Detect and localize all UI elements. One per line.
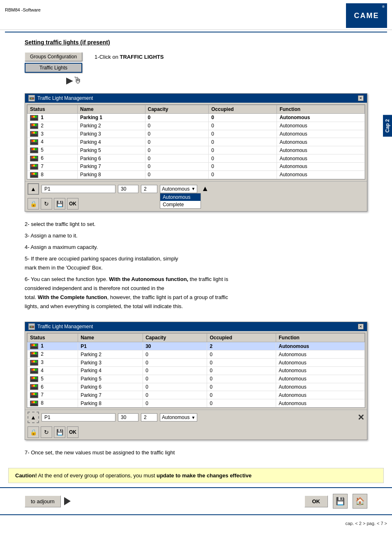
cell-function: Autonomous: [276, 399, 365, 408]
dropdown-option-autonomous-1[interactable]: Autonomous: [160, 193, 201, 201]
cell-function: Autonomous: [276, 359, 365, 367]
nav-right-buttons: OK 💾 🏠: [304, 494, 368, 509]
section-title: Setting traffic lights (if present): [0, 34, 392, 49]
ok-btn-1[interactable]: OK: [67, 198, 78, 210]
col-capacity-1: Capacity: [145, 105, 209, 114]
cell-name: Parking 1: [77, 114, 145, 122]
col-function-1: Function: [277, 105, 365, 114]
dropdown-option-complete-1[interactable]: Complete: [160, 201, 201, 208]
refresh-icon-1[interactable]: ↻: [41, 198, 52, 210]
cell-status: 4: [28, 138, 78, 146]
table-row[interactable]: 8 Parking 8 0 0 Autonomous: [28, 170, 365, 179]
tlm-name-field-2[interactable]: P1: [42, 413, 115, 421]
cell-capacity: 0: [145, 122, 209, 130]
table-row[interactable]: 3 Parking 3 0 0 Autonomous: [28, 359, 365, 367]
traffic-lights-button[interactable]: Traffic Lights: [25, 63, 82, 73]
cell-status: 8: [28, 170, 78, 179]
cell-status: 6: [28, 383, 78, 391]
svg-point-38: [35, 173, 37, 175]
col-function-2: Function: [276, 334, 365, 342]
save-icon-1[interactable]: 💾: [54, 198, 65, 210]
cell-name: Parking 2: [78, 350, 143, 359]
tlm-actions-2: 🔒 ↻ 💾 OK: [25, 425, 367, 440]
caution-prefix: Caution!: [15, 472, 37, 479]
svg-point-48: [35, 352, 37, 355]
tlm-occupied-field-2[interactable]: 2: [141, 413, 157, 421]
lock-icon-1[interactable]: 🔒: [28, 198, 39, 210]
lock-icon-2[interactable]: 🔒: [28, 426, 39, 438]
table-row[interactable]: 1 Parking 1 0 0 Autonomous: [28, 114, 365, 122]
cell-capacity: 0: [145, 146, 209, 154]
cell-function: Autonomous: [277, 138, 365, 146]
step7-text: 7- Once set, the new values must be assi…: [0, 444, 392, 464]
ok-btn-2[interactable]: OK: [67, 426, 78, 438]
table-row[interactable]: 1 P1 30 2 Autonomous: [28, 342, 365, 350]
close-x-btn-2[interactable]: ✕: [357, 412, 364, 422]
table-row[interactable]: 3 Parking 3 0 0 Autonomous: [28, 130, 365, 138]
caution-bold: update to make the changes effective: [157, 472, 251, 479]
cell-occupied: 0: [207, 359, 276, 367]
refresh-icon-2[interactable]: ↻: [41, 426, 52, 438]
save-button[interactable]: 💾: [333, 494, 348, 509]
tlm-name-field-1[interactable]: P1: [42, 185, 115, 193]
cell-occupied: 0: [209, 114, 277, 122]
svg-point-68: [35, 385, 37, 387]
tlm-titlebar-2: 🚥 Traffic Light Management ✕: [25, 322, 367, 331]
tlm-close-btn-1[interactable]: ✕: [358, 95, 364, 101]
table-row[interactable]: 2 Parking 2 0 0 Autonomous: [28, 350, 365, 359]
cell-function: Autonomous: [277, 114, 365, 122]
tlm-capacity-field-1[interactable]: 30: [118, 185, 138, 193]
tlm-up-arrow-1[interactable]: ▲: [28, 183, 39, 195]
svg-rect-69: [31, 387, 37, 389]
table-row[interactable]: 4 Parking 4 0 0 Autonomous: [28, 366, 365, 375]
svg-point-18: [35, 140, 37, 142]
cell-status: 4: [28, 366, 78, 375]
cell-function: Autonomous: [276, 383, 365, 391]
tlm-occupied-field-1[interactable]: 2: [141, 185, 157, 193]
cell-function: Autonomous: [277, 130, 365, 138]
tlm-capacity-field-2[interactable]: 30: [118, 413, 138, 421]
tlm-table-1: Status Name Capacity Occupied Function 1: [27, 105, 365, 179]
cell-status: 1: [28, 114, 78, 122]
table-row[interactable]: 5 Parking 5 0 0 Autonomous: [28, 146, 365, 154]
cell-name: Parking 3: [78, 359, 143, 367]
cap-tab: Cap 2: [383, 115, 392, 137]
tlm-titlebar-1: 🚥 Traffic Light Management ✕: [25, 94, 367, 103]
svg-rect-64: [31, 380, 37, 381]
table-row[interactable]: 6 Parking 6 0 0 Autonomous: [28, 383, 365, 391]
cell-function: Autonomous: [277, 162, 365, 170]
table-row[interactable]: 5 Parking 5 0 0 Autonomous: [28, 375, 365, 383]
tlm-function-dropdown-1[interactable]: Autonomous ▼ Autonomous Complete: [160, 185, 197, 193]
cell-capacity: 0: [145, 154, 209, 163]
table-row[interactable]: 4 Parking 4 0 0 Autonomous: [28, 138, 365, 146]
svg-rect-34: [31, 167, 37, 169]
tlm-function-dropdown-2[interactable]: Autonomous ▼: [160, 413, 197, 421]
svg-point-63: [35, 377, 37, 379]
table-row[interactable]: 6 Parking 6 0 0 Autonomous: [28, 154, 365, 163]
col-capacity-2: Capacity: [143, 334, 207, 342]
svg-point-78: [35, 401, 37, 403]
tlm-table-2: Status Name Capacity Occupied Function 1: [27, 333, 365, 408]
ok-button[interactable]: OK: [304, 495, 328, 507]
cell-capacity: 0: [145, 114, 209, 122]
groups-config-button[interactable]: Groups Configuration: [25, 52, 82, 61]
table-row[interactable]: 7 Parking 7 0 0 Autonomous: [28, 162, 365, 170]
svg-rect-74: [31, 396, 37, 397]
cell-occupied: 2: [207, 342, 276, 350]
cell-name: Parking 7: [77, 162, 145, 170]
tlm-close-btn-2[interactable]: ✕: [358, 324, 364, 329]
svg-rect-24: [31, 151, 37, 152]
product-label: RBM84 -Software: [5, 3, 41, 12]
table-row[interactable]: 8 Parking 8 0 0 Autonomous: [28, 399, 365, 408]
adjourn-button[interactable]: to adjourn: [25, 495, 61, 507]
home-button[interactable]: 🏠: [353, 494, 367, 509]
table-row[interactable]: 7 Parking 7 0 0 Autonomous: [28, 391, 365, 399]
tlm-up-arrow-2[interactable]: ▲: [28, 412, 39, 423]
col-status-2: Status: [28, 334, 78, 342]
table-row[interactable]: 2 Parking 2 0 0 Autonomous: [28, 122, 365, 130]
save-icon-2[interactable]: 💾: [54, 426, 65, 438]
cell-status: 7: [28, 162, 78, 170]
step3: 3- Assign a name to it.: [25, 231, 367, 240]
cell-occupied: 0: [209, 146, 277, 154]
col-occupied-1: Occupied: [209, 105, 277, 114]
